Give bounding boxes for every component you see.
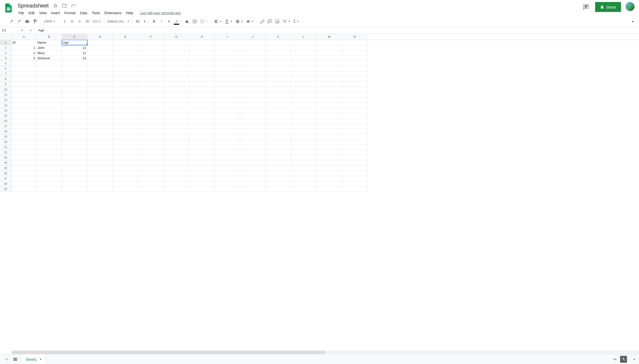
row-header-2[interactable]: 2 [0,45,12,50]
create-filter-dropdown[interactable]: ▼ [281,18,292,25]
cell-A22[interactable] [12,150,37,155]
cell-E16[interactable] [113,118,138,124]
cell-N13[interactable] [342,103,367,108]
cell-K19[interactable] [266,134,291,139]
cell-C25[interactable] [62,166,87,171]
row-header-16[interactable]: 16 [0,118,12,124]
cell-N10[interactable] [342,87,367,92]
cell-E14[interactable] [113,108,138,113]
cell-K27[interactable] [266,176,291,181]
cell-A5[interactable] [12,61,37,66]
cell-H21[interactable] [189,144,215,150]
cell-M3[interactable] [317,50,342,56]
cell-F16[interactable] [138,118,164,124]
cell-E7[interactable] [113,71,138,76]
cell-I29[interactable] [215,186,240,192]
cell-I3[interactable] [215,50,240,56]
cell-D23[interactable] [87,155,113,160]
redo-button[interactable] [16,18,24,25]
cell-J24[interactable] [240,160,266,166]
cell-J9[interactable] [240,82,266,87]
cell-N21[interactable] [342,144,367,150]
cell-A20[interactable] [12,139,37,144]
cell-E5[interactable] [113,61,138,66]
cell-D11[interactable] [87,92,113,98]
cell-F27[interactable] [138,176,164,181]
cell-C21[interactable] [62,144,87,150]
row-header-7[interactable]: 7 [0,71,12,76]
cell-A14[interactable] [12,108,37,113]
cell-H7[interactable] [189,71,215,76]
cell-B1[interactable]: Name [37,40,62,45]
side-panel-toggle[interactable] [631,357,636,362]
cell-A3[interactable]: 2 [12,50,37,56]
cell-F5[interactable] [138,61,164,66]
cell-M21[interactable] [317,144,342,150]
paint-format-button[interactable] [31,18,39,25]
cell-B19[interactable] [37,134,62,139]
cell-M5[interactable] [317,61,342,66]
cell-M9[interactable] [317,82,342,87]
row-header-19[interactable]: 19 [0,134,12,139]
cell-B25[interactable] [37,166,62,171]
cell-D21[interactable] [87,144,113,150]
cell-K8[interactable] [266,76,291,82]
cell-C24[interactable] [62,160,87,166]
cell-N22[interactable] [342,150,367,155]
explore-button[interactable] [620,356,627,363]
cell-B15[interactable] [37,113,62,118]
cell-J26[interactable] [240,171,266,176]
cell-K25[interactable] [266,166,291,171]
cell-G27[interactable] [164,176,189,181]
cell-A9[interactable] [12,82,37,87]
cell-L28[interactable] [291,181,317,186]
borders-button[interactable] [191,18,198,25]
cell-G25[interactable] [164,166,189,171]
menu-insert[interactable]: Insert [49,10,62,16]
cell-H9[interactable] [189,82,215,87]
cell-N26[interactable] [342,171,367,176]
cell-L20[interactable] [291,139,317,144]
cell-B22[interactable] [37,150,62,155]
cell-K22[interactable] [266,150,291,155]
cell-L4[interactable] [291,56,317,61]
cell-J5[interactable] [240,61,266,66]
cell-M19[interactable] [317,134,342,139]
cell-M14[interactable] [317,108,342,113]
cell-K11[interactable] [266,92,291,98]
cell-E17[interactable] [113,124,138,129]
row-header-15[interactable]: 15 [0,113,12,118]
cell-I8[interactable] [215,76,240,82]
cell-E3[interactable] [113,50,138,56]
cell-K24[interactable] [266,160,291,166]
cell-J23[interactable] [240,155,266,160]
print-button[interactable] [24,18,31,25]
cell-A16[interactable] [12,118,37,124]
number-format-dropdown[interactable]: 123 ▼ [91,18,103,25]
row-header-9[interactable]: 9 [0,82,12,87]
row-header-3[interactable]: 3 [0,50,12,56]
cell-G22[interactable] [164,150,189,155]
cell-L12[interactable] [291,98,317,103]
cell-L7[interactable] [291,71,317,76]
cell-N8[interactable] [342,76,367,82]
cell-I2[interactable] [215,45,240,50]
cell-J15[interactable] [240,113,266,118]
cell-I27[interactable] [215,176,240,181]
cell-G26[interactable] [164,171,189,176]
cell-M22[interactable] [317,150,342,155]
font-size-dropdown[interactable]: 10 ▼ [134,18,147,25]
cell-N15[interactable] [342,113,367,118]
cell-N12[interactable] [342,98,367,103]
cell-H29[interactable] [189,186,215,192]
cell-K3[interactable] [266,50,291,56]
cell-M17[interactable] [317,124,342,129]
cell-M24[interactable] [317,160,342,166]
cell-K16[interactable] [266,118,291,124]
cell-I7[interactable] [215,71,240,76]
cell-H2[interactable] [189,45,215,50]
text-rotation-dropdown[interactable]: ▼ [245,18,255,25]
cell-G11[interactable] [164,92,189,98]
cell-H26[interactable] [189,171,215,176]
cell-C13[interactable] [62,103,87,108]
